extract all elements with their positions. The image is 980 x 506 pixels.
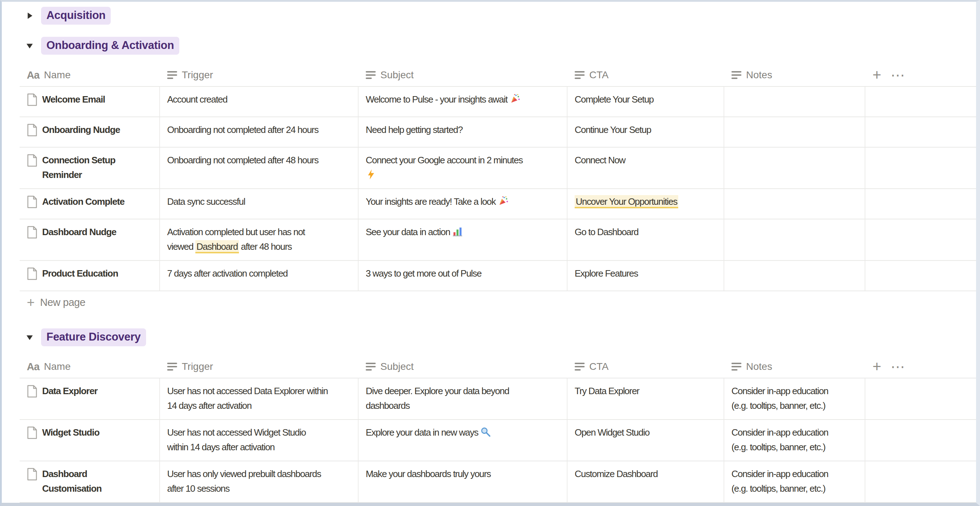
column-header-name[interactable]: AaName xyxy=(20,69,160,81)
cell-subject[interactable]: Explore your data in new ways xyxy=(359,420,568,461)
cell-cta[interactable]: Uncover Your Opportunities xyxy=(568,189,724,219)
column-header-notes[interactable]: Notes xyxy=(724,361,865,372)
cell-empty[interactable] xyxy=(865,420,976,461)
cell-notes[interactable]: Consider in-app education (e.g. tooltips… xyxy=(724,420,865,461)
cell-cta[interactable]: Try Data Explorer xyxy=(568,378,724,419)
cell-name[interactable]: Connection Setup Reminder xyxy=(20,148,160,188)
cell-name[interactable]: Dashboard Nudge xyxy=(20,219,160,260)
cell-subject[interactable]: Need help getting started? xyxy=(359,117,568,147)
new-page-button[interactable]: +New page xyxy=(20,291,976,313)
add-column-icon[interactable]: + xyxy=(872,359,881,374)
column-header-trigger[interactable]: Trigger xyxy=(160,361,359,372)
cell-notes[interactable] xyxy=(724,189,865,219)
cell-name[interactable]: Widget Studio xyxy=(20,420,160,461)
cell-subject[interactable]: Your insights are ready! Take a look xyxy=(359,189,568,219)
cell-text: 3 ways to get more out of Pulse xyxy=(366,268,481,279)
cell-cta[interactable]: Connect Now xyxy=(568,148,724,188)
cell-trigger[interactable]: User has not accessed Widget Studio with… xyxy=(160,420,359,461)
cell-subject[interactable]: Welcome to Pulse - your insights await xyxy=(359,87,568,117)
cell-trigger[interactable]: Onboarding not completed after 48 hours xyxy=(160,148,359,188)
table-row: Activation CompleteData sync successfulY… xyxy=(20,189,976,219)
column-header-cta[interactable]: CTA xyxy=(568,361,724,372)
toggle-collapsed-icon[interactable] xyxy=(24,10,35,21)
cell-subject[interactable]: See your data in action xyxy=(359,219,568,260)
cell-text: Need help getting started? xyxy=(366,125,463,135)
cell-name[interactable]: Onboarding Nudge xyxy=(20,117,160,147)
cell-name[interactable]: Dashboard Customisation xyxy=(20,461,160,502)
cell-cta[interactable]: Explore Features xyxy=(568,261,724,291)
section-label[interactable]: Feature Discovery xyxy=(41,329,146,346)
column-header-trigger[interactable]: Trigger xyxy=(160,69,359,81)
text-property-icon xyxy=(732,363,741,370)
cell-cta[interactable]: Customize Dashboard xyxy=(568,461,724,502)
cell-notes[interactable] xyxy=(724,87,865,117)
cell-notes[interactable]: Consider in-app education (e.g. tooltips… xyxy=(724,461,865,502)
cell-trigger[interactable]: 7 days after activation completed xyxy=(160,261,359,291)
cell-empty[interactable] xyxy=(865,87,976,117)
party-popper-emoji xyxy=(498,196,509,206)
column-header-name[interactable]: AaName xyxy=(20,361,160,373)
column-header-label: Trigger xyxy=(182,361,213,372)
cell-trigger[interactable]: User has not accessed Data Explorer with… xyxy=(160,378,359,419)
add-column-icon[interactable]: + xyxy=(872,67,881,83)
column-header-cta[interactable]: CTA xyxy=(568,69,724,81)
highlighted-link[interactable]: Dashboard xyxy=(196,240,239,253)
app-window: AcquisitionOnboarding & ActivationAaName… xyxy=(0,0,980,506)
table-row: Data ExplorerUser has not accessed Data … xyxy=(20,378,976,420)
cell-notes[interactable]: Consider in-app education (e.g. tooltips… xyxy=(724,378,865,419)
cell-text: Consider in-app education (e.g. tooltips… xyxy=(732,427,828,452)
highlighted-link[interactable]: Uncover Your Opportunities xyxy=(574,195,678,208)
text-property-icon xyxy=(574,363,585,370)
section-label[interactable]: Onboarding & Activation xyxy=(41,37,179,55)
table-more-icon[interactable]: ⋯ xyxy=(891,359,906,374)
text-property-icon xyxy=(366,71,376,79)
cell-text: Customize Dashboard xyxy=(574,468,658,479)
cell-subject[interactable]: Make your dashboards truly yours xyxy=(359,461,568,502)
cell-trigger[interactable]: Activation completed but user has not vi… xyxy=(160,219,359,260)
column-header-subject[interactable]: Subject xyxy=(359,361,568,372)
cell-notes[interactable] xyxy=(724,261,865,291)
cell-empty[interactable] xyxy=(865,461,976,502)
cell-empty[interactable] xyxy=(865,261,976,291)
bar-chart-emoji xyxy=(452,226,463,237)
page-content: AcquisitionOnboarding & ActivationAaName… xyxy=(2,2,976,503)
cell-notes[interactable] xyxy=(724,117,865,147)
page-title: Onboarding Nudge xyxy=(42,123,120,141)
cell-trigger[interactable]: Account created xyxy=(160,87,359,117)
cell-cta[interactable]: Continue Your Setup xyxy=(568,117,724,147)
section-label[interactable]: Acquisition xyxy=(41,7,111,25)
cell-empty[interactable] xyxy=(865,117,976,147)
cell-subject[interactable]: Connect your Google account in 2 minutes xyxy=(359,148,568,188)
cell-name[interactable]: Welcome Email xyxy=(20,87,160,117)
cell-name[interactable]: Product Education xyxy=(20,261,160,291)
cell-trigger[interactable]: Data sync successful xyxy=(160,189,359,219)
column-header-label: Subject xyxy=(380,69,414,81)
column-header-subject[interactable]: Subject xyxy=(359,69,568,81)
cell-name[interactable]: Data Explorer xyxy=(20,378,160,419)
cell-text: Explore your data in new ways xyxy=(366,427,480,438)
cell-trigger[interactable]: Onboarding not completed after 24 hours xyxy=(160,117,359,147)
header-controls: +⋯ xyxy=(865,359,976,374)
cell-empty[interactable] xyxy=(865,378,976,419)
toggle-expanded-icon[interactable] xyxy=(24,332,35,343)
column-header-label: Trigger xyxy=(182,69,213,81)
cell-cta[interactable]: Complete Your Setup xyxy=(568,87,724,117)
cell-notes[interactable] xyxy=(724,219,865,260)
table-more-icon[interactable]: ⋯ xyxy=(891,68,906,82)
cell-subject[interactable]: Dive deeper. Explore your data beyond da… xyxy=(359,378,568,419)
column-header-label: CTA xyxy=(589,69,609,81)
magnifier-emoji xyxy=(480,427,491,437)
cell-text: 7 days after activation completed xyxy=(167,268,288,279)
cell-trigger[interactable]: User has only viewed prebuilt dashboards… xyxy=(160,461,359,502)
cell-cta[interactable]: Open Widget Studio xyxy=(568,420,724,461)
cell-cta[interactable]: Go to Dashboard xyxy=(568,219,724,260)
toggle-expanded-icon[interactable] xyxy=(24,40,35,51)
column-header-notes[interactable]: Notes xyxy=(724,69,865,81)
cell-notes[interactable] xyxy=(724,148,865,188)
cell-empty[interactable] xyxy=(865,148,976,188)
cell-empty[interactable] xyxy=(865,219,976,260)
cell-empty[interactable] xyxy=(865,189,976,219)
cell-name[interactable]: Activation Complete xyxy=(20,189,160,219)
cell-subject[interactable]: 3 ways to get more out of Pulse xyxy=(359,261,568,291)
page-icon xyxy=(27,195,38,212)
